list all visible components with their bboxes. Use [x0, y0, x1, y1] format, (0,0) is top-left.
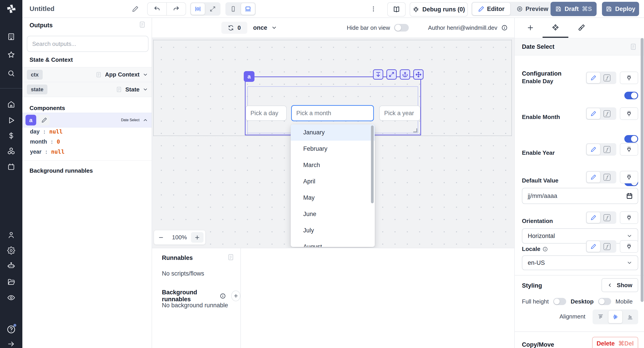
sidebar-item-home[interactable]: [0, 100, 22, 108]
enable-month-connect-button[interactable]: [620, 107, 638, 120]
month-option-may[interactable]: May: [291, 190, 375, 206]
static-value-button[interactable]: [587, 172, 600, 182]
expand-down-handle[interactable]: [373, 69, 383, 80]
sidebar-item-schedules[interactable]: [0, 163, 22, 171]
delete-component-button[interactable]: Delete ⌘Del: [592, 337, 638, 348]
output-prop-year[interactable]: year : null: [30, 148, 64, 155]
document-icon[interactable]: [227, 254, 234, 261]
sidebar-item-audit[interactable]: [0, 294, 22, 302]
desktop-view-button[interactable]: [241, 3, 255, 15]
info-icon[interactable]: [220, 293, 226, 299]
info-icon[interactable]: [542, 246, 548, 252]
static-value-button[interactable]: [587, 72, 600, 83]
calendar-icon[interactable]: [626, 192, 633, 199]
static-value-button[interactable]: [587, 241, 600, 252]
pick-year-input[interactable]: [380, 106, 420, 120]
month-option-january[interactable]: January: [291, 124, 375, 141]
expression-button[interactable]: ƒ: [600, 172, 614, 182]
default-value-connect-button[interactable]: [620, 171, 638, 184]
anchor-handle[interactable]: [400, 69, 410, 80]
sidebar-item-favorites[interactable]: [0, 51, 22, 59]
component-id-badge[interactable]: a: [244, 71, 254, 82]
locale-connect-button[interactable]: [620, 240, 638, 253]
default-value-date-input[interactable]: jj/mm/aaaa: [522, 188, 638, 204]
redo-button[interactable]: [166, 3, 186, 15]
inspector-scrollbar[interactable]: [641, 38, 644, 302]
expression-button[interactable]: ƒ: [600, 144, 614, 155]
orientation-connect-button[interactable]: [620, 211, 638, 224]
dropdown-scrollbar[interactable]: [371, 126, 374, 203]
month-option-february[interactable]: February: [291, 141, 375, 157]
pick-month-input[interactable]: [292, 106, 373, 120]
sidebar-item-workspace[interactable]: [0, 33, 22, 41]
move-handle[interactable]: [413, 69, 424, 80]
month-option-july[interactable]: July: [291, 222, 375, 239]
sidebar-item-folders[interactable]: [0, 278, 22, 286]
add-background-runnable-button[interactable]: [231, 290, 240, 301]
static-value-button[interactable]: [587, 108, 600, 119]
docs-button[interactable]: [387, 2, 406, 16]
pick-day-input[interactable]: [246, 106, 286, 120]
resize-corner-handle[interactable]: [413, 128, 417, 132]
debug-runs-button[interactable]: Debug runs (0): [410, 2, 468, 16]
expression-button[interactable]: ƒ: [600, 212, 614, 223]
tab-insert-component[interactable]: [526, 23, 535, 33]
windmill-logo[interactable]: [0, 0, 22, 18]
styling-show-button[interactable]: Show: [602, 278, 638, 292]
align-top-button[interactable]: [594, 311, 608, 323]
deploy-button[interactable]: Deploy: [602, 2, 639, 16]
draft-button[interactable]: Draft ⌘S: [550, 2, 596, 16]
enable-month-toggle[interactable]: [624, 135, 638, 143]
zoom-in-button[interactable]: [191, 232, 204, 243]
enable-year-connect-button[interactable]: [620, 143, 638, 156]
month-option-june[interactable]: June: [291, 206, 375, 222]
locale-select[interactable]: en-US: [522, 256, 638, 270]
align-center-button[interactable]: [608, 311, 622, 323]
month-option-april[interactable]: April: [291, 173, 375, 190]
output-prop-month[interactable]: month : 0: [30, 138, 60, 145]
chevron-up-icon[interactable]: [143, 118, 148, 123]
refresh-counter[interactable]: 0: [222, 22, 247, 34]
desktop-mobile-toggle[interactable]: [598, 298, 611, 305]
output-prop-day[interactable]: day : null: [30, 128, 62, 135]
expression-button[interactable]: ƒ: [600, 72, 614, 83]
tab-preview[interactable]: Preview: [511, 3, 554, 15]
enable-day-connect-button[interactable]: [620, 72, 638, 84]
fullwidth-layout-button[interactable]: [206, 3, 220, 15]
sidebar-item-ai[interactable]: [0, 262, 22, 270]
tab-theming[interactable]: [576, 23, 586, 33]
app-canvas[interactable]: a January February March April May June …: [152, 38, 514, 248]
search-outputs-input[interactable]: [27, 36, 148, 52]
rename-component-button[interactable]: [39, 115, 50, 126]
sidebar-item-resources[interactable]: [0, 147, 22, 155]
fullscreen-handle[interactable]: [386, 69, 397, 80]
static-value-button[interactable]: [587, 212, 600, 223]
static-value-button[interactable]: [587, 144, 600, 155]
tab-component-settings[interactable]: [550, 23, 560, 33]
expression-button[interactable]: ƒ: [600, 108, 614, 119]
sidebar-item-variables[interactable]: [0, 132, 22, 140]
expression-button[interactable]: ƒ: [600, 241, 614, 252]
sidebar-item-users[interactable]: [0, 231, 22, 239]
rename-title-button[interactable]: [131, 5, 140, 13]
chevron-down-icon[interactable]: [143, 72, 148, 78]
state-row[interactable]: state State: [22, 82, 152, 97]
info-icon[interactable]: [501, 24, 508, 31]
month-option-march[interactable]: March: [291, 157, 375, 173]
hide-bar-toggle[interactable]: [394, 24, 409, 32]
full-height-toggle[interactable]: [553, 298, 566, 305]
sidebar-item-runs[interactable]: [0, 116, 22, 124]
centered-layout-button[interactable]: [191, 3, 205, 15]
component-row-date-select[interactable]: a Date Select: [22, 113, 152, 128]
document-icon[interactable]: [630, 43, 637, 50]
more-menu-button[interactable]: [369, 4, 378, 14]
tab-editor[interactable]: Editor: [472, 3, 510, 15]
document-icon[interactable]: [139, 21, 146, 28]
chevron-down-icon[interactable]: [143, 87, 148, 92]
undo-button[interactable]: [148, 3, 166, 15]
align-bottom-button[interactable]: [623, 311, 637, 323]
ctx-row[interactable]: ctx App Context: [22, 67, 152, 82]
sidebar-item-search[interactable]: [0, 69, 22, 78]
sidebar-item-help[interactable]: [0, 325, 22, 334]
enable-day-toggle[interactable]: [624, 92, 638, 99]
